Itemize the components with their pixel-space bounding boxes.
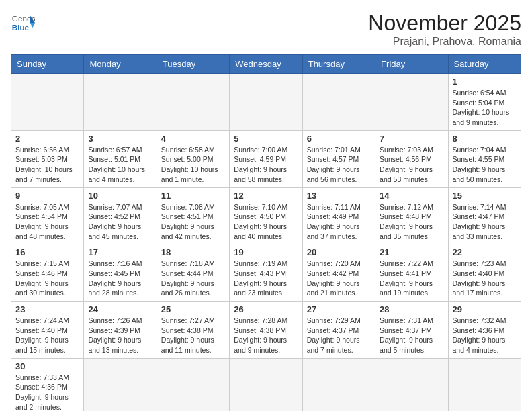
day-info: Sunrise: 7:12 AM Sunset: 4:48 PM Dayligh…: [380, 202, 443, 242]
day-number: 19: [234, 247, 298, 257]
day-info: Sunrise: 7:33 AM Sunset: 4:36 PM Dayligh…: [15, 373, 79, 411]
day-info: Sunrise: 7:19 AM Sunset: 4:43 PM Dayligh…: [234, 259, 298, 298]
calendar-cell: 21Sunrise: 7:22 AM Sunset: 4:41 PM Dayli…: [375, 244, 448, 302]
day-number: 16: [15, 247, 79, 257]
day-info: Sunrise: 7:32 AM Sunset: 4:36 PM Dayligh…: [453, 316, 517, 355]
calendar-week-row: 1Sunrise: 6:54 AM Sunset: 5:04 PM Daylig…: [11, 74, 521, 131]
logo: General Blue: [11, 11, 35, 35]
day-number: 24: [88, 304, 152, 314]
weekday-header: Sunday: [11, 55, 84, 74]
day-info: Sunrise: 7:28 AM Sunset: 4:38 PM Dayligh…: [234, 316, 298, 355]
day-info: Sunrise: 7:20 AM Sunset: 4:42 PM Dayligh…: [307, 259, 371, 298]
calendar-cell: 28Sunrise: 7:31 AM Sunset: 4:37 PM Dayli…: [375, 302, 448, 359]
day-number: 23: [15, 304, 79, 314]
weekday-header: Friday: [375, 55, 448, 74]
day-info: Sunrise: 7:11 AM Sunset: 4:49 PM Dayligh…: [307, 202, 371, 242]
day-info: Sunrise: 7:04 AM Sunset: 4:55 PM Dayligh…: [453, 145, 517, 185]
day-number: 20: [307, 247, 371, 257]
day-info: Sunrise: 6:58 AM Sunset: 5:00 PM Dayligh…: [161, 145, 225, 185]
calendar-cell: 20Sunrise: 7:20 AM Sunset: 4:42 PM Dayli…: [302, 244, 375, 302]
calendar-cell: [84, 74, 157, 131]
calendar-cell: [302, 358, 375, 411]
calendar-cell: 6Sunrise: 7:01 AM Sunset: 4:57 PM Daylig…: [302, 130, 375, 187]
day-info: Sunrise: 6:54 AM Sunset: 5:04 PM Dayligh…: [453, 88, 517, 128]
calendar-cell: 26Sunrise: 7:28 AM Sunset: 4:38 PM Dayli…: [230, 302, 302, 359]
weekday-header: Wednesday: [230, 55, 302, 74]
day-number: 9: [15, 191, 79, 201]
day-info: Sunrise: 7:26 AM Sunset: 4:39 PM Dayligh…: [88, 316, 152, 355]
calendar-cell: [230, 74, 302, 131]
day-number: 5: [234, 134, 298, 144]
day-number: 28: [380, 304, 443, 314]
svg-marker-3: [30, 23, 35, 28]
calendar-cell: 3Sunrise: 6:57 AM Sunset: 5:01 PM Daylig…: [84, 130, 157, 187]
calendar-cell: 2Sunrise: 6:56 AM Sunset: 5:03 PM Daylig…: [11, 130, 84, 187]
day-number: 25: [161, 304, 225, 314]
calendar-cell: 8Sunrise: 7:04 AM Sunset: 4:55 PM Daylig…: [448, 130, 521, 187]
calendar-cell: [230, 358, 302, 411]
day-info: Sunrise: 7:01 AM Sunset: 4:57 PM Dayligh…: [307, 145, 371, 185]
day-number: 12: [234, 191, 298, 201]
title-area: November 2025 Prajani, Prahova, Romania: [368, 11, 521, 48]
location-title: Prajani, Prahova, Romania: [368, 36, 521, 48]
day-number: 8: [453, 134, 517, 144]
day-number: 3: [88, 134, 152, 144]
weekday-header: Saturday: [448, 55, 521, 74]
day-info: Sunrise: 7:10 AM Sunset: 4:50 PM Dayligh…: [234, 202, 298, 242]
calendar-cell: [375, 358, 448, 411]
day-info: Sunrise: 7:05 AM Sunset: 4:54 PM Dayligh…: [15, 202, 79, 242]
day-number: 2: [15, 134, 79, 144]
calendar-cell: 24Sunrise: 7:26 AM Sunset: 4:39 PM Dayli…: [84, 302, 157, 359]
month-title: November 2025: [368, 11, 521, 36]
day-info: Sunrise: 7:22 AM Sunset: 4:41 PM Dayligh…: [380, 259, 443, 298]
day-number: 26: [234, 304, 298, 314]
day-info: Sunrise: 7:07 AM Sunset: 4:52 PM Dayligh…: [88, 202, 152, 242]
calendar-header-row: SundayMondayTuesdayWednesdayThursdayFrid…: [11, 55, 521, 74]
calendar: SundayMondayTuesdayWednesdayThursdayFrid…: [11, 54, 521, 411]
day-number: 13: [307, 191, 371, 201]
svg-text:Blue: Blue: [12, 23, 30, 32]
day-info: Sunrise: 7:15 AM Sunset: 4:46 PM Dayligh…: [15, 259, 79, 298]
day-number: 18: [161, 247, 225, 257]
calendar-week-row: 30Sunrise: 7:33 AM Sunset: 4:36 PM Dayli…: [11, 358, 521, 411]
calendar-cell: 27Sunrise: 7:29 AM Sunset: 4:37 PM Dayli…: [302, 302, 375, 359]
calendar-cell: 7Sunrise: 7:03 AM Sunset: 4:56 PM Daylig…: [375, 130, 448, 187]
calendar-cell: [448, 358, 521, 411]
calendar-week-row: 16Sunrise: 7:15 AM Sunset: 4:46 PM Dayli…: [11, 244, 521, 302]
logo-icon: General Blue: [11, 11, 35, 35]
day-info: Sunrise: 7:14 AM Sunset: 4:47 PM Dayligh…: [453, 202, 517, 242]
day-number: 11: [161, 191, 225, 201]
day-number: 27: [307, 304, 371, 314]
calendar-week-row: 9Sunrise: 7:05 AM Sunset: 4:54 PM Daylig…: [11, 187, 521, 244]
header: General Blue November 2025 Prajani, Prah…: [11, 11, 521, 48]
day-number: 21: [380, 247, 443, 257]
day-info: Sunrise: 7:08 AM Sunset: 4:51 PM Dayligh…: [161, 202, 225, 242]
day-number: 15: [453, 191, 517, 201]
weekday-header: Tuesday: [157, 55, 229, 74]
calendar-cell: [157, 358, 229, 411]
calendar-cell: 19Sunrise: 7:19 AM Sunset: 4:43 PM Dayli…: [230, 244, 302, 302]
calendar-cell: 9Sunrise: 7:05 AM Sunset: 4:54 PM Daylig…: [11, 187, 84, 244]
day-number: 7: [380, 134, 443, 144]
day-number: 1: [453, 77, 517, 87]
calendar-cell: 25Sunrise: 7:27 AM Sunset: 4:38 PM Dayli…: [157, 302, 229, 359]
calendar-week-row: 23Sunrise: 7:24 AM Sunset: 4:40 PM Dayli…: [11, 302, 521, 359]
calendar-cell: 15Sunrise: 7:14 AM Sunset: 4:47 PM Dayli…: [448, 187, 521, 244]
calendar-cell: 17Sunrise: 7:16 AM Sunset: 4:45 PM Dayli…: [84, 244, 157, 302]
calendar-cell: 4Sunrise: 6:58 AM Sunset: 5:00 PM Daylig…: [157, 130, 229, 187]
calendar-cell: [157, 74, 229, 131]
day-number: 17: [88, 247, 152, 257]
calendar-cell: 13Sunrise: 7:11 AM Sunset: 4:49 PM Dayli…: [302, 187, 375, 244]
day-info: Sunrise: 7:24 AM Sunset: 4:40 PM Dayligh…: [15, 316, 79, 355]
day-info: Sunrise: 6:56 AM Sunset: 5:03 PM Dayligh…: [15, 145, 79, 185]
day-info: Sunrise: 7:18 AM Sunset: 4:44 PM Dayligh…: [161, 259, 225, 298]
day-info: Sunrise: 7:31 AM Sunset: 4:37 PM Dayligh…: [380, 316, 443, 355]
day-number: 6: [307, 134, 371, 144]
calendar-cell: 18Sunrise: 7:18 AM Sunset: 4:44 PM Dayli…: [157, 244, 229, 302]
day-info: Sunrise: 7:27 AM Sunset: 4:38 PM Dayligh…: [161, 316, 225, 355]
day-number: 10: [88, 191, 152, 201]
day-info: Sunrise: 7:29 AM Sunset: 4:37 PM Dayligh…: [307, 316, 371, 355]
calendar-cell: 29Sunrise: 7:32 AM Sunset: 4:36 PM Dayli…: [448, 302, 521, 359]
calendar-cell: 22Sunrise: 7:23 AM Sunset: 4:40 PM Dayli…: [448, 244, 521, 302]
day-info: Sunrise: 7:00 AM Sunset: 4:59 PM Dayligh…: [234, 145, 298, 185]
